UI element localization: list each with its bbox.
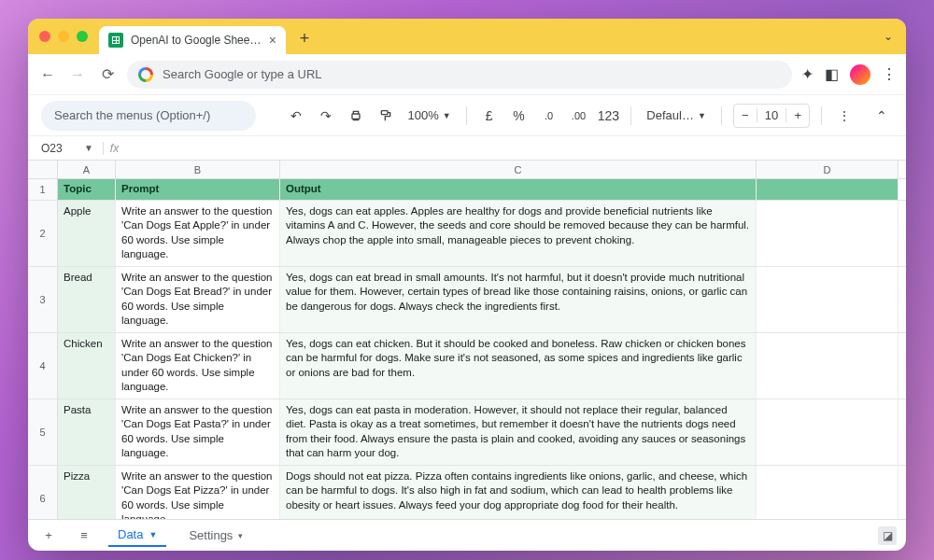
row-number[interactable]: 6 [28, 466, 58, 519]
row-number[interactable]: 5 [28, 399, 58, 465]
row-number[interactable]: 4 [28, 333, 58, 399]
reload-button[interactable]: ⟳ [97, 65, 118, 83]
column-headers: A B C D [28, 161, 906, 179]
table-row: 6PizzaWrite an answer to the question 'C… [28, 466, 906, 519]
cell-prompt[interactable]: Write an answer to the question 'Can Dog… [116, 201, 280, 266]
browser-actions: ✦ ◧ ⋮ [801, 64, 897, 85]
decrease-decimal-button[interactable]: .0 [538, 104, 560, 128]
zoom-select[interactable]: 100% ▼ [404, 108, 455, 122]
header-output[interactable]: Output [280, 179, 757, 200]
browser-window: OpenAI to Google Sheets - Go… × + ⌄ ← → … [28, 19, 906, 551]
address-bar: ← → ⟳ Search Google or type a URL ✦ ◧ ⋮ [28, 54, 906, 95]
cell-prompt[interactable]: Write an answer to the question 'Can Dog… [116, 466, 280, 519]
profile-avatar[interactable] [850, 64, 870, 85]
titlebar: OpenAI to Google Sheets - Go… × + ⌄ [28, 19, 906, 54]
print-button[interactable] [345, 104, 367, 128]
new-tab-button[interactable]: + [291, 25, 318, 51]
name-box[interactable]: O23 [28, 142, 84, 155]
decrease-font-button[interactable]: − [734, 108, 757, 122]
header-prompt[interactable]: Prompt [116, 179, 280, 200]
fx-label: fx [103, 142, 125, 155]
cell-output[interactable]: Yes, dogs can eat chicken. But it should… [280, 333, 757, 399]
font-family-select[interactable]: Defaul… ▼ [643, 108, 710, 122]
formula-bar: O23 ▼ fx [28, 136, 906, 161]
add-sheet-button[interactable]: + [37, 528, 60, 542]
sheet-tab-data[interactable]: Data ▼ [108, 524, 166, 547]
tab-list-button[interactable]: ⌄ [884, 30, 893, 43]
browser-tab[interactable]: OpenAI to Google Sheets - Go… × [99, 26, 286, 54]
sheet-tabs-bar: + ≡ Data ▼ Settings ▾ ◪ [28, 519, 906, 551]
cell-topic[interactable]: Chicken [58, 333, 116, 399]
cell-prompt[interactable]: Write an answer to the question 'Can Dog… [116, 333, 280, 399]
omnibox-placeholder: Search Google or type a URL [163, 67, 322, 81]
header-empty[interactable] [757, 179, 899, 200]
row-number[interactable]: 3 [28, 267, 58, 332]
increase-font-button[interactable]: + [786, 108, 809, 122]
font-size-control: − 10 + [733, 104, 810, 128]
minimize-window-button[interactable] [58, 31, 69, 42]
google-icon [138, 67, 153, 82]
menu-search[interactable]: Search the menus (Option+/) [41, 101, 256, 131]
table-row: 3BreadWrite an answer to the question 'C… [28, 267, 906, 333]
table-row: 2AppleWrite an answer to the question 'C… [28, 201, 906, 267]
forward-button[interactable]: → [67, 66, 88, 83]
cell-topic[interactable]: Pizza [58, 466, 116, 519]
cell-empty[interactable] [757, 333, 899, 399]
col-header-d[interactable]: D [757, 161, 899, 178]
close-window-button[interactable] [39, 31, 50, 42]
sheets-toolbar: Search the menus (Option+/) ↶ ↷ 100% ▼ £… [28, 95, 906, 136]
cell-output[interactable]: Dogs should not eat pizza. Pizza often c… [280, 466, 757, 519]
sheet-tab-settings[interactable]: Settings ▾ [179, 525, 252, 546]
cell-output[interactable]: Yes, dogs can eat pasta in moderation. H… [280, 399, 757, 465]
cell-prompt[interactable]: Write an answer to the question 'Can Dog… [116, 267, 280, 332]
row-number[interactable]: 1 [28, 179, 58, 200]
header-row: 1TopicPromptOutput [28, 179, 906, 201]
svg-rect-1 [381, 110, 388, 114]
redo-button[interactable]: ↷ [315, 104, 337, 128]
cell-topic[interactable]: Pasta [58, 399, 116, 465]
window-controls [39, 31, 88, 42]
name-box-dropdown[interactable]: ▼ [84, 143, 103, 153]
all-sheets-button[interactable]: ≡ [73, 528, 95, 542]
table-row: 4ChickenWrite an answer to the question … [28, 333, 906, 399]
paint-format-button[interactable] [375, 104, 397, 128]
grid-rows[interactable]: 1TopicPromptOutput2AppleWrite an answer … [28, 179, 906, 519]
header-topic[interactable]: Topic [58, 179, 116, 200]
row-number[interactable]: 2 [28, 201, 58, 266]
cell-output[interactable]: Yes, dogs can eat apples. Apples are hea… [280, 201, 757, 266]
svg-rect-0 [352, 114, 360, 119]
cell-output[interactable]: Yes, dogs can eat bread in small amounts… [280, 267, 757, 332]
spreadsheet-grid: A B C D 1TopicPromptOutput2AppleWrite an… [28, 161, 906, 519]
cell-topic[interactable]: Bread [58, 267, 116, 332]
select-all-corner[interactable] [28, 161, 58, 178]
close-tab-button[interactable]: × [269, 33, 276, 48]
tab-title: OpenAI to Google Sheets - Go… [131, 34, 262, 47]
browser-menu-icon[interactable]: ⋮ [882, 65, 897, 83]
undo-button[interactable]: ↶ [285, 104, 307, 128]
more-toolbar-button[interactable]: ⋮ [833, 104, 856, 128]
table-row: 5PastaWrite an answer to the question 'C… [28, 399, 906, 466]
increase-decimal-button[interactable]: .00 [568, 104, 590, 128]
side-panel-icon[interactable]: ◧ [825, 65, 839, 83]
cell-prompt[interactable]: Write an answer to the question 'Can Dog… [116, 399, 280, 465]
cell-empty[interactable] [757, 267, 899, 332]
collapse-toolbar-button[interactable]: ⌃ [870, 104, 893, 128]
sheets-icon [108, 33, 123, 48]
font-size-input[interactable]: 10 [757, 108, 786, 122]
cell-empty[interactable] [757, 201, 899, 266]
col-header-c[interactable]: C [280, 161, 757, 178]
explore-button[interactable]: ◪ [878, 526, 897, 545]
cell-topic[interactable]: Apple [58, 201, 116, 266]
maximize-window-button[interactable] [77, 31, 88, 42]
percent-button[interactable]: % [508, 104, 531, 128]
extensions-icon[interactable]: ✦ [801, 65, 814, 83]
more-formats-button[interactable]: 123 [597, 104, 619, 128]
menu-search-placeholder: Search the menus (Option+/) [54, 108, 210, 122]
currency-button[interactable]: £ [478, 104, 501, 128]
col-header-b[interactable]: B [116, 161, 280, 178]
omnibox[interactable]: Search Google or type a URL [127, 61, 792, 89]
col-header-a[interactable]: A [58, 161, 116, 178]
back-button[interactable]: ← [37, 66, 58, 83]
cell-empty[interactable] [757, 466, 899, 519]
cell-empty[interactable] [757, 399, 899, 465]
